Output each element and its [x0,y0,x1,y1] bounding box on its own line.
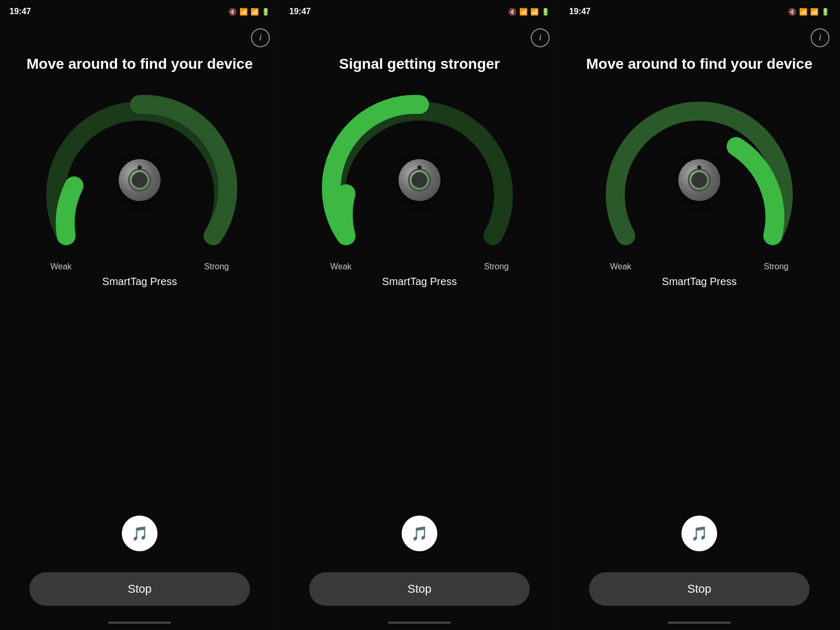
gauge-container-3 [600,89,799,267]
wifi-icon-2: 📶 [519,8,528,16]
device-dot-2 [417,165,422,170]
battery-icon-3: 🔋 [821,8,830,16]
device-ring-1 [128,169,151,192]
status-bar-3: 19:47 🔇 📶 📶 🔋 [560,0,839,23]
info-button-2[interactable]: i [531,28,550,47]
sound-button-1[interactable]: 🎵 [122,516,158,551]
device-dot-1 [138,165,142,170]
device-ring-2 [408,169,431,192]
panel-title-2: Signal getting stronger [318,55,521,73]
home-indicator-3 [668,622,731,624]
stop-label-1: Stop [128,582,151,596]
signal-icon-1: 📶 [250,8,259,16]
device-ring-inner-3 [690,171,708,189]
mute-icon-3: 🔇 [788,8,796,16]
wifi-icon-1: 📶 [239,8,248,16]
battery-icon-1: 🔋 [261,8,270,16]
home-indicator-1 [108,622,171,624]
device-ring-inner-2 [411,171,428,189]
signal-icon-3: 📶 [810,8,818,16]
battery-icon-2: 🔋 [541,8,550,16]
mute-icon-1: 🔇 [228,8,237,16]
signal-icon-2: 📶 [530,8,539,16]
stop-label-3: Stop [687,582,711,596]
stop-label-2: Stop [407,582,431,596]
sound-button-2[interactable]: 🎵 [402,516,437,551]
sound-icon-2: 🎵 [411,526,428,542]
device-icon-1 [119,159,161,201]
sound-icon-3: 🎵 [691,526,708,542]
device-dot-3 [697,165,701,170]
mute-icon-2: 🔇 [508,8,517,16]
panel-title-1: Move around to find your device [6,55,274,73]
sound-button-3[interactable]: 🎵 [681,516,717,551]
status-icons-2: 🔇 📶 📶 🔋 [508,8,550,16]
info-button-1[interactable]: i [251,28,270,47]
home-indicator-2 [388,622,451,624]
device-name-1: SmartTag Press [102,276,177,288]
panel-title-3: Move around to find your device [565,55,834,73]
gauge-container-2 [320,89,519,267]
stop-button-2[interactable]: Stop [309,572,530,606]
stop-button-1[interactable]: Stop [29,572,250,606]
status-bar-1: 19:47 🔇 📶 📶 🔋 [0,0,279,23]
device-ring-inner-1 [131,171,149,189]
phone-panel-2: 19:47 🔇 📶 📶 🔋 i Signal getting stronger … [280,0,560,630]
stop-button-3[interactable]: Stop [589,572,810,606]
device-ring-3 [688,169,711,192]
status-icons-3: 🔇 📶 📶 🔋 [788,8,830,16]
status-bar-2: 19:47 🔇 📶 📶 🔋 [280,0,559,23]
device-icon-3 [678,159,720,201]
status-time-1: 19:47 [9,7,31,16]
device-name-3: SmartTag Press [662,276,737,288]
device-name-2: SmartTag Press [382,276,457,288]
sound-icon-1: 🎵 [131,526,148,542]
status-icons-1: 🔇 📶 📶 🔋 [228,8,270,16]
wifi-icon-3: 📶 [799,8,807,16]
info-button-3[interactable]: i [811,28,830,47]
status-time-3: 19:47 [569,7,591,16]
gauge-container-1 [40,89,239,267]
phone-panel-3: 19:47 🔇 📶 📶 🔋 i Move around to find your… [560,0,839,630]
status-time-2: 19:47 [289,7,311,16]
device-icon-2 [398,159,440,201]
phone-panel-1: 19:47 🔇 📶 📶 🔋 i Move around to find your… [0,0,280,630]
